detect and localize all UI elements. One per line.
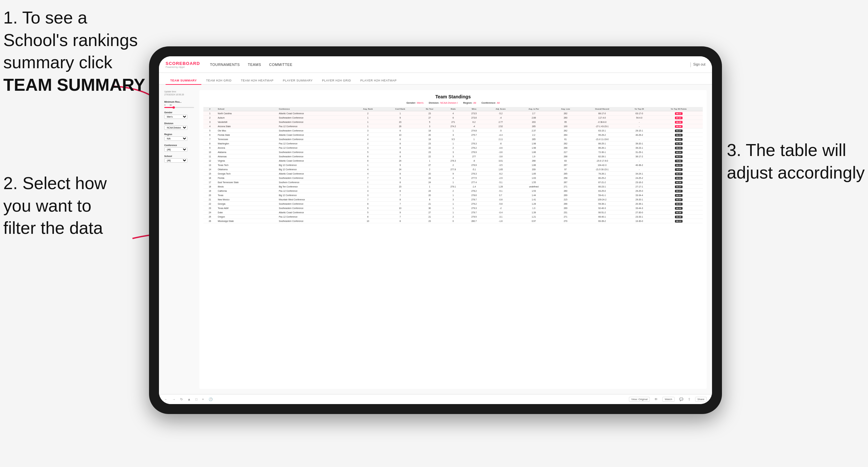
- cell-avg-low: 266: [551, 202, 580, 206]
- region-select[interactable]: N/A All: [164, 136, 187, 141]
- cell-wins: -6: [464, 159, 485, 163]
- gender-select[interactable]: Men's Women's: [164, 115, 187, 119]
- cell-conf-rank: 8: [384, 154, 416, 159]
- tab-team-summary[interactable]: TEAM SUMMARY: [165, 77, 202, 85]
- cell-points: 80.13: [655, 219, 703, 223]
- cell-rnds: 2: [443, 146, 464, 150]
- gender-label: Gender: [164, 111, 194, 114]
- table-row: 20 Texas Big 12 Conference 3 7 20 1 278.…: [203, 193, 703, 197]
- view-original-button[interactable]: View: Original: [629, 397, 650, 402]
- cell-school: Texas A&M: [217, 206, 278, 210]
- tab-player-h2h-heatmap[interactable]: PLAYER H2H HEATMAP: [356, 77, 401, 85]
- cell-rank: 7: [203, 137, 217, 142]
- cell-avg-low: 262: [551, 142, 580, 146]
- rounds-slider[interactable]: [164, 107, 194, 108]
- table-row: 3 Vanderbilt Southeastern Conference 1 2…: [203, 120, 703, 124]
- cell-no-tour: 8: [416, 197, 443, 202]
- cell-adj-score: -2.9: [485, 176, 517, 180]
- cell-vs25: 33-34-4: [624, 193, 655, 197]
- tab-player-summary[interactable]: PLAYER SUMMARY: [278, 77, 317, 85]
- toolbar-back[interactable]: ←: [164, 398, 167, 401]
- table-row: 24 Duke Atlantic Coast Conference 5 9 27…: [203, 210, 703, 215]
- cell-overall: 80-25-2: [580, 176, 624, 180]
- cell-overall: -15-0 17-9-0: [580, 159, 624, 163]
- nav-divider: |: [690, 62, 691, 68]
- cell-avg-rank: 2: [352, 142, 384, 146]
- cell-avg-low: 267: [551, 163, 580, 167]
- cell-adj-score: -3.8: [485, 154, 517, 159]
- cell-conf-rank: 24: [384, 167, 416, 172]
- table-row: 19 California Pac-12 Conference 4 8 24 2…: [203, 189, 703, 193]
- cell-avg-rank: 1: [352, 163, 384, 167]
- cell-conference: Big 12 Conference: [278, 163, 352, 167]
- table-row: 10 Alabama Southeastern Conference 5 8 2…: [203, 150, 703, 154]
- toolbar-plus[interactable]: +: [202, 398, 204, 401]
- nav-teams[interactable]: TEAMS: [248, 61, 261, 68]
- watch-button[interactable]: Watch: [662, 397, 674, 402]
- cell-vs25: 29-15-1: [624, 128, 655, 133]
- view-original-label: View: Original: [631, 398, 647, 401]
- slider-thumb[interactable]: [173, 106, 175, 108]
- cell-adj-score: 2.77: [485, 120, 517, 124]
- school-select[interactable]: (All): [164, 158, 187, 163]
- conference-select[interactable]: (All): [164, 147, 187, 152]
- cell-conference: Atlantic Coast Conference: [278, 210, 352, 215]
- cell-vs25: -: [624, 137, 655, 142]
- cell-school: Oklahoma: [217, 167, 278, 172]
- nav-tournaments[interactable]: TOURNAMENTS: [210, 61, 240, 68]
- cell-avg-par: 1.3: [517, 206, 551, 210]
- division-select[interactable]: NCAA Division I NCAA Division II NCAA Di…: [164, 126, 187, 130]
- cell-overall: 59-41-1: [580, 193, 624, 197]
- cell-points: 80.02: [655, 176, 703, 180]
- share-button[interactable]: Share: [695, 397, 707, 402]
- cell-overall: 82-28-1: [580, 154, 624, 159]
- cell-vs25: -: [624, 120, 655, 124]
- tab-team-h2h-grid[interactable]: TEAM H2H GRID: [202, 77, 236, 85]
- toolbar-reload[interactable]: ↻: [180, 398, 183, 401]
- main-content: Update time: 27/03/2024 16:56:26 Minimum…: [159, 85, 712, 394]
- toolbar-forward[interactable]: →: [172, 398, 176, 401]
- cell-rnds: 277.8: [443, 167, 464, 172]
- cell-rnds: 271: [443, 120, 464, 124]
- cell-school: Georgia Tech: [217, 172, 278, 176]
- cell-avg-par: 1.98: [517, 146, 551, 150]
- cell-school: Ole Miss: [217, 128, 278, 133]
- cell-avg-par: 1.55: [517, 180, 551, 185]
- conference-filter: Conference (All): [164, 144, 194, 152]
- cell-no-tour: 24: [416, 176, 443, 180]
- cell-points: 79.47: [655, 167, 703, 172]
- cell-avg-par: 0.97: [517, 219, 551, 223]
- cell-adj-score: -4.4: [485, 133, 517, 137]
- cell-conference: Pac-12 Conference: [278, 146, 352, 150]
- toolbar-share-icon[interactable]: ▲: [187, 398, 191, 401]
- cell-avg-par: 1.41: [517, 197, 551, 202]
- cell-avg-low: 97: [551, 167, 580, 172]
- tab-player-h2h-grid[interactable]: PLAYER H2H GRID: [317, 77, 356, 85]
- cell-rnds: 1: [443, 210, 464, 215]
- cell-conf-rank: 24: [384, 159, 416, 163]
- cell-vs25: 24-25-2: [624, 176, 655, 180]
- cell-avg-low: 270: [551, 219, 580, 223]
- cell-vs25: 23-16-2: [624, 180, 655, 185]
- cell-rnds: 1: [443, 202, 464, 206]
- cell-adj-score: -6.2: [485, 172, 517, 176]
- cell-rnds: 1: [443, 128, 464, 133]
- cell-no-tour: 24: [416, 180, 443, 185]
- cell-rnds: 4: [443, 111, 464, 116]
- table-filter-chips: Gender: Men's Division: NCAA Division I …: [203, 101, 703, 104]
- cell-school: Vanderbilt: [217, 120, 278, 124]
- toolbar-bookmark[interactable]: □: [195, 398, 197, 401]
- cell-conf-rank: 9: [384, 176, 416, 180]
- sign-out-button[interactable]: Sign out: [693, 63, 705, 66]
- cell-school: Duke: [217, 210, 278, 215]
- tab-team-h2h-heatmap[interactable]: TEAM H2H HEATMAP: [236, 77, 278, 85]
- col-avg-par: Avg. to Par: [517, 107, 551, 111]
- cell-wins: -1.4: [464, 185, 485, 189]
- cell-conf-rank: 8: [384, 189, 416, 193]
- nav-committee[interactable]: COMMITTEE: [269, 61, 293, 68]
- toolbar-clock[interactable]: 🕐: [209, 398, 213, 401]
- cell-adj-score: 1.28: [485, 185, 517, 189]
- cell-school: Florida State: [217, 133, 278, 137]
- cell-school: Texas Tech: [217, 163, 278, 167]
- cell-conference: Atlantic Coast Conference: [278, 159, 352, 163]
